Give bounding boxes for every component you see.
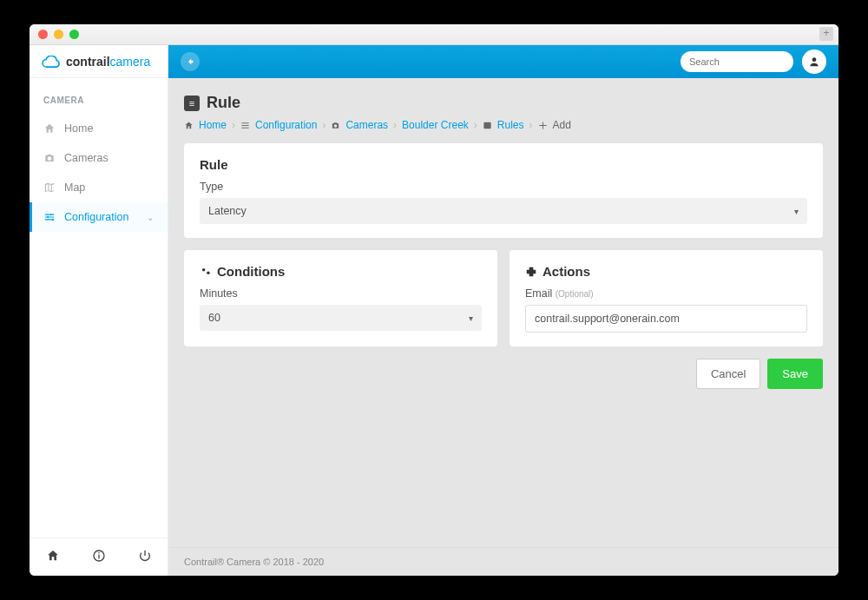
save-button[interactable]: Save	[767, 359, 823, 389]
home-icon	[43, 122, 56, 135]
maximize-window-button[interactable]	[69, 30, 79, 39]
svg-point-8	[812, 57, 817, 62]
breadcrumb-boulder-creek[interactable]: Boulder Creek	[402, 119, 469, 131]
footer-power-button[interactable]	[133, 544, 157, 571]
svg-rect-9	[241, 122, 248, 123]
breadcrumb-separator: ›	[232, 119, 235, 131]
sidebar-item-label: Cameras	[64, 152, 108, 164]
window-controls	[38, 30, 79, 39]
sidebar-item-map[interactable]: Map	[30, 173, 168, 202]
user-icon	[808, 56, 820, 68]
back-button[interactable]	[181, 52, 200, 71]
type-label: Type	[200, 181, 807, 193]
sidebar-item-label: Home	[64, 122, 93, 135]
breadcrumb-configuration[interactable]: Configuration	[255, 119, 317, 131]
minutes-label: Minutes	[200, 287, 482, 300]
power-icon	[138, 549, 152, 563]
breadcrumb-rules[interactable]: Rules	[497, 119, 524, 131]
logo[interactable]: contrailcamera	[30, 45, 168, 78]
map-icon	[43, 181, 56, 194]
home-icon	[46, 549, 60, 563]
nav: CAMERA Home Cameras Map Configuration ⌄	[30, 78, 168, 537]
minimize-window-button[interactable]	[54, 30, 63, 39]
svg-rect-5	[98, 552, 99, 553]
svg-rect-10	[241, 125, 248, 126]
minutes-select[interactable]: 60	[200, 305, 482, 331]
form-actions: Cancel Save	[184, 359, 823, 389]
breadcrumb-home[interactable]: Home	[199, 119, 227, 131]
cogs-icon	[200, 266, 212, 278]
sidebar-item-label: Map	[64, 181, 85, 194]
svg-rect-12	[483, 122, 490, 128]
list-icon	[483, 121, 492, 130]
email-optional-label: (Optional)	[556, 289, 594, 299]
svg-point-1	[47, 216, 49, 218]
footer-text: Contrail® Camera © 2018 - 2020	[168, 547, 838, 576]
logo-text-1: contrail	[66, 55, 110, 69]
close-window-button[interactable]	[38, 30, 48, 39]
header	[168, 45, 838, 78]
svg-point-13	[202, 267, 206, 271]
svg-point-0	[50, 214, 52, 215]
breadcrumb: Home › Configuration › Cameras › Boulder…	[184, 119, 823, 131]
breadcrumb-cameras[interactable]: Cameras	[345, 119, 388, 131]
cancel-button[interactable]: Cancel	[696, 359, 760, 389]
camera-icon	[43, 152, 56, 164]
info-icon	[92, 549, 106, 563]
breadcrumb-separator: ›	[322, 119, 326, 131]
camera-icon	[331, 121, 340, 130]
breadcrumb-separator: ›	[393, 119, 397, 131]
chevron-down-icon: ⌄	[147, 213, 154, 222]
rule-card-heading: Rule	[200, 157, 807, 172]
actions-card: Actions Email (Optional)	[510, 250, 823, 346]
main: ≡ Rule Home › Configuration › Cameras › …	[168, 45, 838, 576]
email-input[interactable]	[525, 305, 807, 333]
home-icon	[184, 121, 194, 130]
breadcrumb-separator: ›	[529, 119, 533, 131]
conditions-heading: Conditions	[217, 264, 285, 279]
cloud-icon	[42, 56, 61, 68]
arrow-left-icon	[186, 57, 194, 66]
svg-point-2	[52, 219, 54, 221]
content: ≡ Rule Home › Configuration › Cameras › …	[168, 78, 838, 547]
rule-badge-icon: ≡	[184, 96, 200, 111]
page-title-text: Rule	[207, 94, 240, 112]
footer-info-button[interactable]	[87, 544, 111, 571]
rule-card: Rule Type Latency	[184, 143, 823, 238]
sliders-icon	[240, 121, 250, 130]
logo-text-2: camera	[110, 55, 151, 69]
footer-home-button[interactable]	[41, 544, 65, 571]
sidebar-item-label: Configuration	[64, 211, 128, 223]
titlebar: +	[30, 24, 838, 45]
svg-rect-11	[241, 127, 248, 128]
page-title: ≡ Rule	[184, 94, 823, 112]
search-box[interactable]	[681, 51, 793, 72]
breadcrumb-separator: ›	[474, 119, 477, 131]
sidebar-item-configuration[interactable]: Configuration ⌄	[30, 202, 168, 232]
sidebar-item-home[interactable]: Home	[30, 114, 168, 143]
sliders-icon	[43, 211, 56, 223]
sidebar: contrailcamera CAMERA Home Cameras Map	[30, 45, 168, 576]
new-tab-button[interactable]: +	[819, 27, 833, 41]
puzzle-icon	[525, 266, 537, 278]
svg-rect-4	[98, 554, 99, 558]
breadcrumb-add: Add	[553, 119, 571, 131]
search-input[interactable]	[689, 56, 809, 67]
svg-point-14	[207, 271, 210, 274]
sidebar-item-cameras[interactable]: Cameras	[30, 143, 168, 173]
email-label: Email	[525, 287, 552, 300]
app-window: + contrailcamera CAMERA Home Cameras	[30, 24, 838, 576]
nav-section-label: CAMERA	[30, 96, 168, 114]
conditions-card: Conditions Minutes 60	[184, 250, 497, 346]
sidebar-footer	[30, 537, 168, 576]
plus-icon	[538, 121, 548, 130]
user-menu-button[interactable]	[802, 49, 826, 74]
actions-heading: Actions	[542, 264, 590, 279]
type-select[interactable]: Latency	[200, 198, 807, 224]
